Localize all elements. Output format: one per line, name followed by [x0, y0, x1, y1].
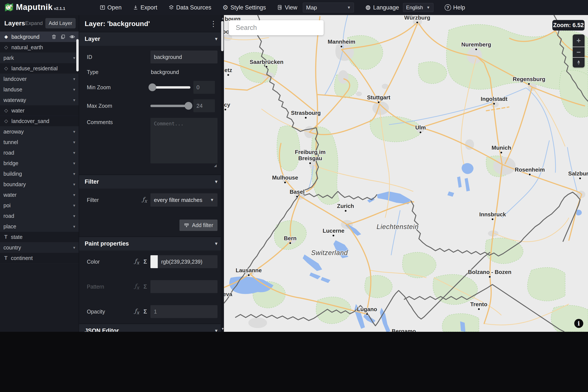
filter-section-header[interactable]: Filter ▼	[79, 175, 224, 188]
chevron-down-icon[interactable]: ▾	[73, 150, 75, 155]
layer-icon: ◇	[4, 44, 8, 50]
visibility-icon[interactable]	[69, 34, 75, 40]
chevron-down-icon[interactable]: ▾	[73, 172, 75, 176]
scroll-up-icon[interactable]: ▲	[221, 16, 224, 20]
opacity-input[interactable]	[150, 305, 218, 318]
color-label: Color	[87, 259, 135, 265]
chevron-down-icon[interactable]: ▾	[73, 129, 75, 134]
top-bar: Maputnik v2.1.1 Open Export Data Sources…	[0, 0, 588, 15]
map-label-basel: Basel	[290, 188, 304, 195]
open-button[interactable]: Open	[100, 4, 122, 11]
chevron-down-icon[interactable]: ▾	[73, 192, 75, 198]
add-layer-button[interactable]: Add Layer	[45, 18, 76, 28]
layer-item-water[interactable]: ◇water	[0, 105, 79, 116]
view-menu[interactable]: View	[277, 4, 297, 11]
layer-item-landcover_sand[interactable]: ◇landcover_sand	[0, 116, 79, 126]
city-dot	[341, 46, 342, 47]
layer-item-building[interactable]: building▾	[0, 168, 79, 179]
layer-item-state[interactable]: Tstate	[0, 232, 79, 242]
max-zoom-input[interactable]	[193, 99, 215, 112]
json-section-header[interactable]: JSON Editor ▼	[79, 324, 224, 332]
chevron-down-icon[interactable]: ▾	[73, 161, 75, 166]
add-filter-button[interactable]: Add filter	[179, 220, 218, 231]
layer-item-road[interactable]: road▾	[0, 211, 79, 221]
chevron-down-icon[interactable]: ▾	[73, 56, 75, 60]
help-button[interactable]: ? Help	[445, 4, 465, 11]
layer-label: boundary	[3, 181, 26, 188]
view-select[interactable]: Map ▼	[303, 2, 354, 12]
chevron-down-icon[interactable]: ▾	[73, 98, 75, 102]
trash-icon[interactable]	[51, 34, 57, 40]
layer-item-tunnel[interactable]: tunnel▾	[0, 137, 79, 148]
layer-item-landuse_residential[interactable]: ◇landuse_residential	[0, 63, 79, 74]
layer-label: bridge	[3, 160, 18, 166]
layer-item-road[interactable]: road▾	[0, 148, 79, 158]
pattern-input[interactable]	[150, 280, 218, 293]
filter-mode-select[interactable]: every filter matches ▼	[150, 193, 218, 207]
comments-textarea[interactable]	[150, 118, 218, 164]
editor-scrollbar-thumb[interactable]	[221, 21, 224, 51]
min-zoom-slider[interactable]	[150, 86, 190, 88]
chevron-down-icon[interactable]: ▾	[73, 140, 75, 145]
layer-item-bridge[interactable]: bridge▾	[0, 158, 79, 168]
layer-item-landcover[interactable]: landcover▾	[0, 74, 79, 84]
sigma-icon[interactable]: Σ	[144, 308, 147, 315]
color-swatch[interactable]	[150, 255, 158, 268]
layers-scrollbar[interactable]	[76, 39, 79, 72]
id-input[interactable]	[150, 50, 218, 64]
resize-handle-icon[interactable]: ◢	[214, 164, 217, 168]
city-dot	[478, 308, 480, 310]
sigma-icon[interactable]: Σ	[144, 284, 147, 290]
layer-item-natural_earth[interactable]: ◇natural_earth	[0, 42, 79, 53]
layer-item-waterway[interactable]: waterway▾	[0, 95, 79, 105]
compass-button[interactable]: ▲ ▼	[573, 57, 585, 68]
layer-item-continent[interactable]: Tcontinent	[0, 253, 79, 264]
function-icon[interactable]: ƒx	[142, 196, 147, 204]
chevron-down-icon[interactable]: ▾	[73, 224, 75, 229]
function-icon[interactable]: ƒx	[135, 258, 139, 265]
min-zoom-input[interactable]	[193, 81, 215, 94]
zoom-out-button[interactable]: −	[573, 47, 585, 57]
language-select[interactable]: English ▼	[403, 3, 433, 12]
map-label-bern: Bern	[284, 235, 296, 242]
expand-button[interactable]: Expand	[25, 20, 42, 26]
layer-item-aeroway[interactable]: aeroway▾	[0, 126, 79, 137]
layer-item-boundary[interactable]: boundary▾	[0, 179, 79, 190]
layer-item-place[interactable]: place▾	[0, 221, 79, 232]
style-settings-button[interactable]: ⚙ Style Settings	[222, 4, 266, 11]
max-zoom-slider[interactable]	[150, 105, 190, 107]
max-zoom-field-row: Max Zoom	[79, 99, 224, 112]
app-version: v2.1.1	[54, 6, 65, 11]
layer-label: place	[3, 224, 16, 230]
color-input[interactable]	[158, 255, 218, 268]
function-icon[interactable]: ƒx	[135, 283, 139, 290]
city-dot	[305, 117, 307, 119]
search-input[interactable]	[236, 24, 321, 32]
chevron-down-icon[interactable]: ▾	[73, 245, 75, 250]
layer-item-poi[interactable]: poi▾	[0, 200, 79, 211]
layer-label: road	[3, 150, 14, 156]
maputnik-app: Maputnik v2.1.1 Open Export Data Sources…	[0, 0, 588, 392]
zoom-in-button[interactable]: +	[573, 34, 585, 47]
chevron-down-icon[interactable]: ▾	[73, 76, 75, 82]
duplicate-icon[interactable]	[60, 34, 66, 40]
export-button[interactable]: Export	[133, 4, 157, 11]
scroll-down-icon[interactable]: ▼	[221, 327, 224, 330]
attribution-info-button[interactable]: i	[574, 319, 583, 328]
data-sources-button[interactable]: Data Sources	[169, 4, 212, 11]
layer-section-header[interactable]: Layer ▼	[79, 32, 224, 46]
kebab-menu-icon[interactable]: ⋮	[208, 19, 219, 28]
function-icon[interactable]: ƒx	[135, 308, 139, 315]
layer-item-landuse[interactable]: landuse▾	[0, 84, 79, 95]
sigma-icon[interactable]: Σ	[144, 258, 147, 265]
chevron-down-icon[interactable]: ▾	[73, 203, 75, 208]
chevron-down-icon[interactable]: ▾	[73, 214, 75, 218]
editor-scrollbar[interactable]: ▲ ▼	[221, 15, 224, 332]
layer-item-background[interactable]: ◆background	[0, 32, 79, 42]
chevron-down-icon[interactable]: ▾	[73, 87, 75, 92]
paint-section-header[interactable]: Paint properties ▼	[79, 237, 224, 250]
layer-item-country[interactable]: country▾	[0, 242, 79, 253]
layer-item-water[interactable]: water▾	[0, 190, 79, 200]
chevron-down-icon[interactable]: ▾	[73, 182, 75, 187]
layer-item-park[interactable]: park▾	[0, 53, 79, 63]
